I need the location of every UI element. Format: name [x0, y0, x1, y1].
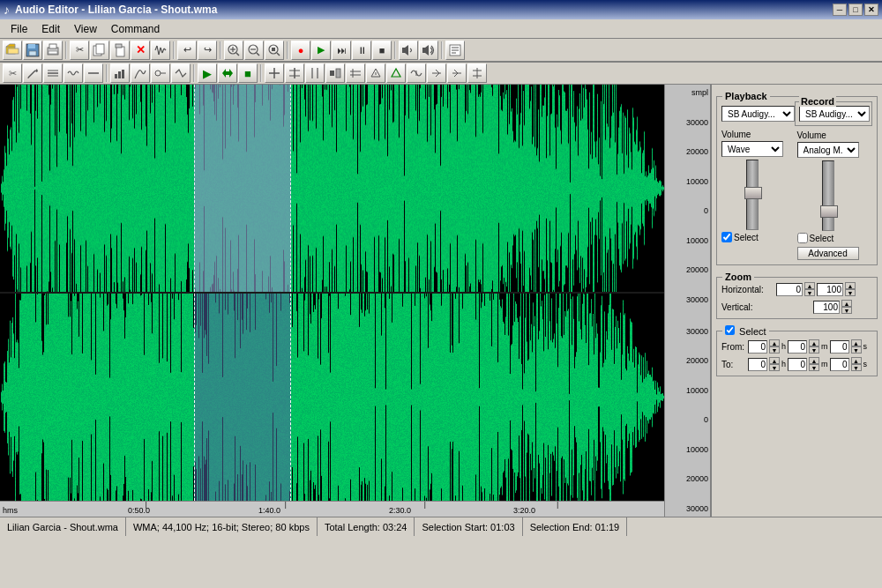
waveform-canvas[interactable]: hms 0:50.0 1:40.0 2:30.0 3:20.0 [0, 85, 664, 517]
props-button[interactable] [445, 41, 465, 60]
to-s-down[interactable]: ▼ [851, 364, 862, 371]
mark3-button[interactable] [305, 63, 325, 83]
to-m-up[interactable]: ▲ [809, 357, 819, 364]
stop2-button[interactable]: ■ [238, 63, 258, 83]
delete-button[interactable]: ✕ [131, 41, 150, 60]
effect1-button[interactable] [151, 63, 170, 83]
zoom-h-max-up[interactable]: ▲ [845, 282, 856, 289]
open-button[interactable] [3, 41, 22, 60]
zoom-h-max-down[interactable]: ▼ [845, 289, 856, 296]
close-button[interactable]: ✕ [864, 4, 878, 16]
loop2-button[interactable] [218, 63, 237, 83]
playback-slider-track[interactable] [746, 160, 759, 230]
redo-button[interactable]: ↪ [198, 41, 217, 60]
menu-command[interactable]: Command [104, 21, 167, 37]
from-m-up[interactable]: ▲ [809, 339, 819, 346]
select-to-s[interactable] [830, 358, 849, 371]
advanced-button[interactable]: Advanced [797, 247, 859, 260]
noise-button[interactable] [151, 41, 170, 60]
extra2-button[interactable] [346, 63, 365, 83]
from-h-down[interactable]: ▼ [769, 346, 780, 354]
select-tool[interactable]: ✂ [3, 63, 22, 83]
menu-view[interactable]: View [67, 21, 104, 37]
vol-down-button[interactable] [399, 41, 418, 60]
status-total-length: Total Length: 03:24 [318, 517, 415, 536]
playback-slider-thumb[interactable] [744, 187, 762, 199]
from-m-unit: m [821, 342, 828, 351]
to-s-up[interactable]: ▲ [851, 357, 862, 364]
effect2-button[interactable] [171, 63, 191, 83]
menu-edit[interactable]: Edit [34, 21, 67, 37]
svg-line-69 [454, 73, 458, 77]
svg-line-15 [159, 48, 161, 55]
select-section-checkbox[interactable] [725, 325, 735, 335]
select-to-m[interactable] [788, 358, 807, 371]
record-volume-select[interactable]: Analog M... [797, 142, 859, 158]
to-m-unit: m [821, 360, 828, 368]
extra1-button[interactable] [325, 63, 345, 83]
extra8-button[interactable] [467, 63, 487, 83]
mark2-button[interactable] [285, 63, 304, 83]
menu-file[interactable]: File [4, 21, 34, 37]
from-s-up[interactable]: ▲ [851, 339, 862, 346]
skip-button[interactable]: ⏭ [332, 41, 351, 60]
wave-tool[interactable] [64, 63, 83, 83]
stop-button[interactable]: ■ [372, 41, 392, 60]
mark1-button[interactable] [265, 63, 284, 83]
extra3-button[interactable] [366, 63, 385, 83]
pause-button[interactable]: ⏸ [352, 41, 371, 60]
app-icon: ♪ [4, 3, 10, 17]
svg-line-65 [436, 70, 439, 73]
to-h-down[interactable]: ▼ [769, 364, 780, 371]
zoom-h-min-down[interactable]: ▼ [804, 289, 815, 296]
zoom-h-min-up[interactable]: ▲ [804, 282, 815, 289]
paste-button[interactable] [110, 41, 130, 60]
vol-up-button[interactable] [419, 41, 438, 60]
from-m-down[interactable]: ▼ [809, 346, 819, 354]
maximize-button[interactable]: □ [848, 4, 863, 16]
record-device-select[interactable]: SB Audigy... [799, 106, 870, 122]
extra4-button[interactable] [386, 63, 406, 83]
minimize-button[interactable]: ─ [833, 4, 847, 16]
silence-tool[interactable] [84, 63, 103, 83]
from-s-down[interactable]: ▼ [851, 346, 862, 354]
zoom-v-down[interactable]: ▼ [841, 307, 852, 314]
zoom-horizontal-min-input[interactable] [776, 283, 803, 296]
cut-button[interactable]: ✂ [70, 41, 89, 60]
zoom-vertical-input[interactable] [813, 301, 840, 314]
print-button[interactable] [43, 41, 63, 60]
record-select-checkbox[interactable] [797, 233, 808, 243]
select-to-h[interactable] [748, 358, 767, 371]
record-button[interactable]: ● [291, 41, 310, 60]
loop1-button[interactable]: ▶ [198, 63, 217, 83]
playback-select-checkbox[interactable] [721, 232, 732, 242]
extra7-button[interactable] [447, 63, 467, 83]
select-from-m[interactable] [788, 340, 807, 354]
zoom-v-up[interactable]: ▲ [841, 300, 852, 307]
play-button[interactable]: ▶ [311, 41, 331, 60]
copy-button[interactable] [90, 41, 109, 60]
zoom-in-button[interactable] [224, 41, 243, 60]
undo-button[interactable]: ↩ [177, 41, 197, 60]
select-from-h[interactable] [748, 340, 767, 354]
to-h-up[interactable]: ▲ [769, 357, 780, 364]
record-slider-thumb[interactable] [820, 205, 838, 218]
from-h-up[interactable]: ▲ [769, 339, 780, 346]
window-title: Audio Editor - Lilian Garcia - Shout.wma [15, 4, 217, 16]
select-from-s[interactable] [830, 340, 849, 354]
zoom-fit-button[interactable] [265, 41, 284, 60]
spectrum-button[interactable] [131, 63, 150, 83]
to-m-down[interactable]: ▼ [809, 364, 819, 371]
save-button[interactable] [23, 41, 42, 60]
zoom-out-button[interactable] [244, 41, 264, 60]
record-slider-track[interactable] [822, 160, 834, 231]
playback-device-select[interactable]: SB Audigy... [721, 106, 795, 122]
pencil-tool[interactable] [23, 63, 42, 83]
eq-button[interactable] [110, 63, 130, 83]
extra6-button[interactable] [427, 63, 446, 83]
zoom-group: Zoom Horizontal: ▲ ▼ ▲ ▼ Vertical: [716, 277, 878, 319]
line-tool[interactable] [43, 63, 63, 83]
extra5-button[interactable] [407, 63, 426, 83]
playback-volume-select[interactable]: Wave [721, 141, 783, 157]
zoom-horizontal-max-input[interactable] [817, 283, 843, 296]
